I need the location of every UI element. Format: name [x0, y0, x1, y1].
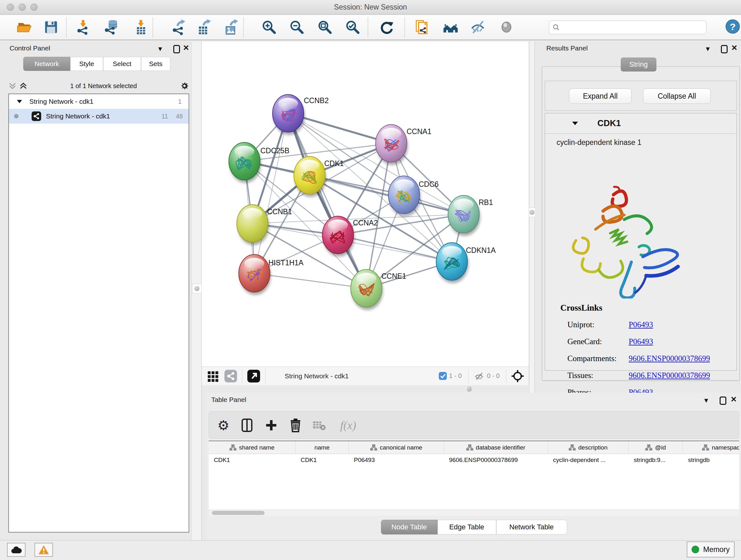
export-table-icon[interactable] — [195, 18, 212, 36]
string-home-icon[interactable] — [442, 18, 460, 36]
panel-float-icon[interactable]: ▼ — [155, 44, 165, 54]
network-node-CDKN1A[interactable]: CDKN1A — [436, 243, 496, 283]
column-header--id[interactable]: @id — [629, 441, 683, 454]
crosslink-link[interactable]: 9606.ENSP00000378699 — [629, 371, 710, 380]
crosslink-link[interactable]: P06493 — [629, 337, 653, 346]
selected-checkbox-icon[interactable] — [439, 372, 447, 380]
table-cell--id[interactable]: stringdb:9... — [629, 454, 683, 467]
control-tab-sets[interactable]: Sets — [141, 57, 171, 71]
hidden-eye-icon[interactable] — [473, 371, 485, 381]
table-cell-database-identifier[interactable]: 9606.ENSP00000378699 — [444, 454, 548, 467]
table-tab-network-table[interactable]: Network Table — [496, 520, 567, 535]
panel-close-icon[interactable]: ✕ — [729, 395, 738, 404]
results-tab-string[interactable]: String — [621, 57, 657, 71]
zoom-in-icon[interactable] — [260, 18, 278, 36]
network-node-CCNE1[interactable]: CCNE1 — [351, 269, 406, 310]
network-node-CCNB1[interactable]: CCNB1 — [237, 205, 292, 245]
right-splitter[interactable] — [529, 42, 535, 393]
network-canvas[interactable]: CCNB2CCNA1CDC25BCDK1CDC6RB1CCNB1CCNA2CDK… — [202, 42, 529, 367]
control-tab-style[interactable]: Style — [70, 57, 103, 71]
panel-float-icon[interactable]: ▼ — [703, 44, 713, 54]
hide-selected-icon[interactable] — [469, 18, 487, 36]
collapse-all-icon[interactable] — [8, 81, 17, 90]
horizontal-splitter-handle[interactable] — [467, 386, 472, 392]
import-network-database-icon[interactable] — [103, 18, 120, 36]
crosslink-link[interactable]: P06493 — [629, 320, 653, 329]
column-header-shared-name[interactable]: shared name — [209, 441, 295, 454]
network-node-CDC6[interactable]: CDC6 — [388, 176, 439, 216]
network-collection-row[interactable]: String Network - cdk1 1 — [9, 94, 189, 109]
warnings-button[interactable] — [35, 543, 53, 557]
show-hidden-icon[interactable] — [497, 18, 515, 36]
panel-close-icon[interactable]: ✕ — [730, 43, 739, 53]
search-field[interactable] — [549, 20, 706, 34]
zoom-selected-icon[interactable] — [344, 18, 361, 36]
control-tab-network[interactable]: Network — [23, 57, 70, 71]
collection-expander-icon[interactable] — [17, 99, 22, 104]
help-icon[interactable]: ? — [724, 17, 741, 36]
column-header-canonical-name[interactable]: canonical name — [349, 441, 444, 454]
table-cell-name[interactable]: CDK1 — [295, 454, 349, 467]
panel-maximize-icon[interactable] — [173, 45, 180, 53]
cloud-tasks-button[interactable] — [7, 543, 25, 557]
table-cell-shared-name[interactable]: CDK1 — [209, 454, 295, 467]
table-tabs: Node TableEdge TableNetwork Table — [207, 520, 741, 535]
memory-button[interactable]: Memory — [687, 542, 735, 557]
panel-close-icon[interactable]: ✕ — [181, 43, 191, 53]
network-node-CCNA2[interactable]: CCNA2 — [322, 216, 378, 257]
section-expander-icon[interactable] — [572, 121, 578, 126]
expand-all-icon[interactable] — [19, 81, 27, 90]
import-network-icon[interactable] — [74, 18, 92, 36]
network-node-HIST1H1A[interactable]: HIST1H1A — [239, 254, 304, 295]
save-session-icon[interactable] — [42, 18, 60, 36]
collapse-all-button[interactable]: Collapse All — [643, 88, 711, 104]
table-row[interactable]: CDK1CDK1P064939606.ENSP00000378699cyclin… — [209, 454, 739, 467]
apply-layout-icon[interactable] — [378, 18, 396, 36]
delete-table-icon[interactable] — [311, 417, 328, 434]
export-network-icon[interactable] — [170, 18, 188, 36]
table-cell-canonical-name[interactable]: P06493 — [349, 454, 444, 467]
expand-all-button[interactable]: Expand All — [569, 88, 631, 104]
center-view-crosshair-icon[interactable] — [511, 369, 524, 383]
column-header-namespace[interactable]: namespace — [683, 441, 739, 454]
function-builder-icon[interactable]: f(x) — [334, 417, 362, 434]
open-session-icon[interactable] — [16, 18, 33, 36]
panel-maximize-icon[interactable] — [721, 45, 728, 53]
network-node-CCNA1[interactable]: CCNA1 — [376, 125, 431, 165]
column-header-database-identifier[interactable]: database identifier — [444, 441, 548, 454]
left-splitter-handle[interactable] — [192, 284, 202, 294]
grid-view-icon[interactable] — [207, 370, 219, 382]
table-cell-description[interactable]: cyclin-dependent ... — [548, 454, 629, 467]
birdseye-view-icon[interactable] — [247, 369, 261, 383]
network-node-CCNB2[interactable]: CCNB2 — [273, 95, 329, 135]
table-header-row: shared namenamecanonical namedatabase id… — [209, 441, 739, 454]
crosslink-label: Compartments: — [567, 354, 616, 363]
panel-maximize-icon[interactable] — [720, 396, 726, 405]
table-settings-gear-icon[interactable]: ⚙ — [215, 417, 232, 434]
network-share-grey-icon[interactable] — [224, 369, 238, 383]
delete-column-trash-icon[interactable] — [287, 417, 304, 434]
column-header-name[interactable]: name — [295, 441, 349, 454]
share-document-icon[interactable] — [413, 18, 431, 36]
zoom-out-icon[interactable] — [288, 18, 306, 36]
scrollbar-thumb[interactable] — [212, 511, 265, 515]
table-cell-namespace[interactable]: stringdb — [683, 454, 739, 467]
panel-float-icon[interactable]: ▼ — [701, 395, 711, 405]
control-tab-select[interactable]: Select — [103, 57, 141, 71]
import-table-icon[interactable] — [132, 18, 150, 36]
crosslink-link[interactable]: 9606.ENSP00000378699 — [629, 354, 710, 363]
table-tab-edge-table[interactable]: Edge Table — [437, 520, 496, 535]
show-columns-icon[interactable] — [239, 417, 256, 434]
zoom-fit-icon[interactable] — [316, 18, 334, 36]
create-column-icon[interactable] — [263, 417, 280, 434]
network-node-RB1[interactable]: RB1 — [448, 195, 493, 236]
search-input[interactable] — [560, 23, 697, 31]
left-splitter[interactable] — [192, 42, 202, 540]
node-result-header[interactable]: CDK1 — [545, 113, 737, 134]
table-tab-node-table[interactable]: Node Table — [381, 520, 437, 535]
column-header-description[interactable]: description — [548, 441, 629, 454]
network-options-gear-icon[interactable] — [180, 81, 189, 91]
table-horizontal-scrollbar[interactable] — [209, 509, 739, 516]
network-row[interactable]: String Network - cdk1 11 48 — [9, 109, 189, 124]
export-image-icon[interactable] — [222, 18, 240, 36]
